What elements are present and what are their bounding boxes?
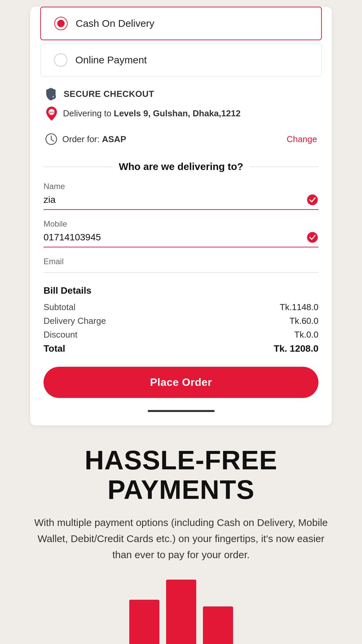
place-order-section: Place Order <box>30 363 332 405</box>
name-value[interactable]: zia <box>44 194 306 205</box>
discount-row: Discount Tk.0.0 <box>44 330 318 340</box>
order-time-text: Order for: ASAP <box>62 134 126 144</box>
name-check-icon <box>306 194 318 206</box>
kfc-location-pin-icon: KFC <box>45 106 58 121</box>
secure-checkout-section: + SECURE CHECKOUT KFC Delivering to Leve… <box>30 80 332 154</box>
secure-checkout-title: SECURE CHECKOUT <box>64 89 154 99</box>
cash-on-delivery-label: Cash On Delivery <box>76 18 154 29</box>
bar-1 <box>129 600 159 644</box>
mobile-value[interactable]: 01714103945 <box>44 232 306 243</box>
delivery-form: Name zia Mobile 01714103945 Email <box>30 182 332 273</box>
marketing-description: With multiple payment options (including… <box>27 515 335 563</box>
right-divider <box>250 167 318 167</box>
name-label: Name <box>44 182 318 191</box>
name-field-row: zia <box>44 194 318 210</box>
cash-radio-button[interactable] <box>54 17 68 30</box>
change-time-button[interactable]: Change <box>287 134 317 144</box>
svg-point-7 <box>307 194 318 205</box>
order-time-left: Order for: ASAP <box>45 133 126 145</box>
online-radio-button[interactable] <box>54 53 67 67</box>
svg-text:+: + <box>52 95 54 99</box>
delivery-charge-value: Tk.60.0 <box>289 316 318 326</box>
section-divider: Who are we delivering to? <box>44 161 318 172</box>
svg-line-6 <box>51 139 54 141</box>
marketing-title: HASSLE-FREE PAYMENTS <box>27 446 335 505</box>
online-payment-option[interactable]: Online Payment <box>40 44 322 76</box>
cash-on-delivery-option[interactable]: Cash On Delivery <box>40 7 322 40</box>
mobile-label: Mobile <box>44 219 318 229</box>
bill-details-section: Bill Details Subtotal Tk.1148.0 Delivery… <box>30 282 332 363</box>
svg-point-8 <box>307 232 318 243</box>
delivering-row: KFC Delivering to Levels 9, Gulshan, Dha… <box>44 106 318 121</box>
mobile-check-icon <box>306 231 318 243</box>
order-time-row: Order for: ASAP Change <box>44 127 318 151</box>
email-field-empty[interactable] <box>44 269 318 273</box>
mobile-field-row: 01714103945 <box>44 231 318 247</box>
clock-icon <box>45 133 58 145</box>
total-value: Tk. 1208.0 <box>274 343 318 354</box>
name-field-group: Name zia <box>44 182 318 210</box>
place-order-button[interactable]: Place Order <box>44 367 318 398</box>
delivering-text: Delivering to Levels 9, Gulshan, Dhaka,1… <box>63 108 240 119</box>
radio-selected-dot <box>57 20 65 27</box>
svg-text:KFC: KFC <box>50 111 55 114</box>
delivering-to-title: Who are we delivering to? <box>119 161 243 172</box>
total-row: Total Tk. 1208.0 <box>44 343 318 354</box>
email-field-group: Email <box>44 257 318 273</box>
marketing-section: HASSLE-FREE PAYMENTS With multiple payme… <box>0 425 362 644</box>
payment-bar-chart <box>27 580 335 644</box>
left-divider <box>44 167 112 167</box>
secure-header: + SECURE CHECKOUT <box>44 86 318 101</box>
mobile-field-group: Mobile 01714103945 <box>44 219 318 247</box>
delivery-charge-row: Delivery Charge Tk.60.0 <box>44 316 318 326</box>
discount-value: Tk.0.0 <box>294 330 318 340</box>
checkout-card: Cash On Delivery Online Payment + SECURE… <box>30 7 332 425</box>
total-label: Total <box>44 343 65 354</box>
email-label: Email <box>44 257 318 266</box>
bar-2 <box>166 580 196 644</box>
subtotal-row: Subtotal Tk.1148.0 <box>44 302 318 312</box>
subtotal-label: Subtotal <box>44 302 75 312</box>
shield-icon: + <box>44 86 58 101</box>
bill-details-title: Bill Details <box>44 285 318 296</box>
online-payment-label: Online Payment <box>75 54 147 66</box>
discount-label: Discount <box>44 330 77 340</box>
bottom-handle <box>30 405 332 415</box>
handle-bar <box>148 410 215 412</box>
delivery-charge-label: Delivery Charge <box>44 316 106 326</box>
subtotal-value: Tk.1148.0 <box>280 302 318 312</box>
bar-3 <box>203 606 233 644</box>
